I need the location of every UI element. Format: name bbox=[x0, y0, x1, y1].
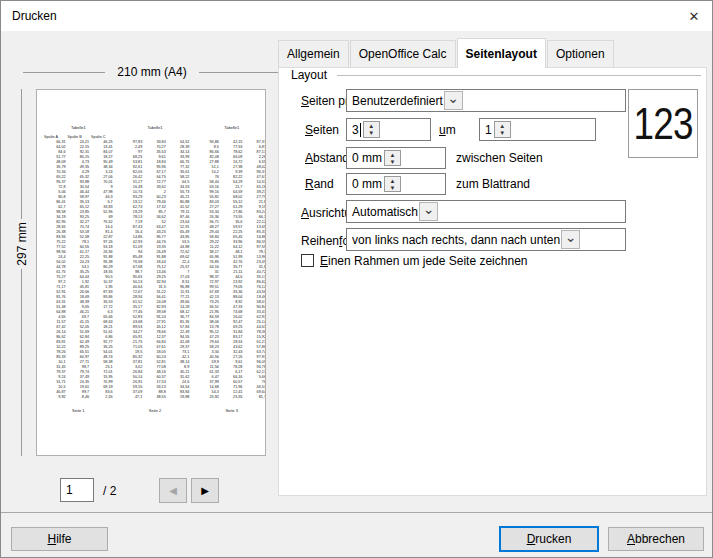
by-spinner: ▲ ▼ bbox=[494, 121, 511, 138]
preview-page-footer: Seite 2 bbox=[120, 408, 191, 413]
pages-per-sheet-select[interactable]: Benutzerdefiniert ⌄ bbox=[346, 89, 626, 112]
help-button[interactable]: Hilfe bbox=[11, 527, 108, 551]
margin-spinner: ▲ ▼ bbox=[384, 176, 401, 192]
by-value: 1 bbox=[480, 123, 492, 137]
pages-value: 3 bbox=[347, 123, 359, 137]
preview-cell: 19,88 bbox=[167, 394, 191, 399]
by-label: um bbox=[439, 123, 456, 137]
height-dimension-line-top bbox=[21, 89, 22, 219]
margin-label: Rand bbox=[305, 177, 334, 191]
spin-up-icon[interactable]: ▲ bbox=[385, 177, 400, 184]
preview-cell: 38,55 bbox=[143, 394, 167, 399]
preview-sheet-title: Tabelle1 bbox=[43, 125, 114, 132]
page-height-label: 297 mm bbox=[15, 214, 29, 274]
print-dialog: Drucken ✕ Allgemein OpenOffice Calc Seit… bbox=[0, 0, 713, 558]
chevron-down-icon[interactable]: ⌄ bbox=[561, 230, 580, 249]
tab-seitenlayout[interactable]: Seitenlayout bbox=[457, 38, 546, 68]
next-page-button[interactable]: ▶ bbox=[191, 478, 219, 503]
next-page-icon: ▶ bbox=[201, 485, 209, 496]
layout-group-rule bbox=[337, 75, 701, 76]
width-dimension-line-left bbox=[23, 72, 105, 73]
distance-input[interactable]: 0 mm ▲ ▼ bbox=[346, 147, 446, 169]
spin-down-icon[interactable]: ▼ bbox=[385, 158, 400, 165]
preview-print-page-2: Tabelle197,8333,8454,522,4970,2728,39973… bbox=[120, 125, 191, 413]
previous-page-button[interactable]: ◀ bbox=[159, 478, 187, 503]
order-value: von links nach rechts, dann nach unten bbox=[347, 233, 560, 247]
chevron-down-icon[interactable]: ⌄ bbox=[444, 91, 463, 110]
orientation-value: Automatisch bbox=[347, 205, 418, 219]
close-button[interactable]: ✕ bbox=[682, 5, 706, 27]
frame-checkbox[interactable] bbox=[301, 254, 314, 267]
preview-cell: 8,46 bbox=[67, 394, 91, 399]
preview-page-number-value: 1 bbox=[66, 483, 73, 497]
preview-cell: 25,55 bbox=[220, 394, 244, 399]
preview-page-number-input[interactable]: 1 bbox=[60, 478, 94, 502]
preview-page-content: Tabelle1Spalte ASpalte BSpalte C66,3124,… bbox=[37, 90, 266, 456]
spin-up-icon[interactable]: ▲ bbox=[385, 151, 400, 158]
pages-spinner: ▲ ▼ bbox=[363, 121, 380, 138]
preview-cell: 81,7 bbox=[243, 394, 266, 399]
tab-openoffice-calc[interactable]: OpenOffice Calc bbox=[350, 40, 456, 67]
frame-checkbox-label: Einen Rahmen um jede Seite zeichnen bbox=[320, 254, 527, 268]
preview-print-page-1: Tabelle1Spalte ASpalte BSpalte C66,3124,… bbox=[43, 125, 114, 413]
tab-strip: Allgemein OpenOffice Calc Seitenlayout O… bbox=[278, 38, 615, 67]
spin-up-icon[interactable]: ▲ bbox=[364, 122, 379, 130]
tab-allgemein[interactable]: Allgemein bbox=[278, 40, 349, 67]
orientation-select[interactable]: Automatisch ⌄ bbox=[346, 200, 626, 223]
preview-data-row: 25,9225,5581,7 bbox=[196, 394, 266, 399]
pages-input[interactable]: 3 ▲ ▼ bbox=[346, 118, 431, 141]
page-width-label: 210 mm (A4) bbox=[105, 65, 199, 79]
chevron-down-icon[interactable]: ⌄ bbox=[419, 202, 438, 221]
preview-page: Tabelle1Spalte ASpalte BSpalte C66,3124,… bbox=[36, 89, 266, 456]
print-button[interactable]: Drucken bbox=[499, 526, 599, 552]
margin-suffix: zum Blattrand bbox=[456, 177, 530, 191]
preview-page-footer: Seite 1 bbox=[43, 408, 114, 413]
preview-page-total: / 2 bbox=[103, 484, 116, 498]
title-bar: Drucken ✕ bbox=[1, 1, 712, 31]
pages-label: Seiten bbox=[305, 123, 339, 137]
margin-value: 0 mm bbox=[347, 177, 382, 191]
preview-cell: 25,92 bbox=[196, 394, 220, 399]
by-input[interactable]: 1 ▲ ▼ bbox=[479, 118, 596, 141]
cancel-button[interactable]: Abbrechen bbox=[608, 527, 704, 551]
preview-data-row: 47,138,5519,88 bbox=[120, 394, 191, 399]
text-cursor bbox=[360, 123, 361, 137]
dialog-title: Drucken bbox=[12, 9, 57, 23]
width-dimension-line-right bbox=[199, 72, 279, 73]
preview-groups: Tabelle1Spalte ASpalte BSpalte C66,3124,… bbox=[37, 90, 266, 413]
order-select[interactable]: von links nach rechts, dann nach unten ⌄ bbox=[346, 228, 626, 251]
pages-arrangement-text: 123 bbox=[633, 98, 692, 150]
pages-arrangement-preview: 123 bbox=[628, 89, 698, 158]
previous-page-icon: ◀ bbox=[169, 485, 177, 496]
spin-down-icon[interactable]: ▼ bbox=[364, 130, 379, 138]
height-dimension-line-bottom bbox=[21, 269, 22, 456]
preview-cell: 47,1 bbox=[120, 394, 144, 399]
footer-separator bbox=[1, 512, 712, 513]
spin-down-icon[interactable]: ▼ bbox=[495, 130, 510, 138]
margin-input[interactable]: 0 mm ▲ ▼ bbox=[346, 173, 446, 195]
spin-up-icon[interactable]: ▲ bbox=[495, 122, 510, 130]
layout-group-title: Layout bbox=[291, 68, 327, 82]
spin-down-icon[interactable]: ▼ bbox=[385, 184, 400, 191]
preview-print-page-3: Tabelle194,8642,1587,378,577,536,8786,66… bbox=[196, 125, 266, 413]
close-icon: ✕ bbox=[689, 9, 700, 24]
distance-spinner: ▲ ▼ bbox=[384, 150, 401, 166]
preview-cell: 2,55 bbox=[90, 394, 114, 399]
preview-data-row: 9,928,462,55 bbox=[43, 394, 114, 399]
preview-cell: 9,92 bbox=[43, 394, 67, 399]
preview-sheet-title: Tabelle1 bbox=[196, 125, 266, 132]
distance-value: 0 mm bbox=[347, 151, 382, 165]
tab-optionen[interactable]: Optionen bbox=[547, 40, 614, 67]
pages-per-sheet-value: Benutzerdefiniert bbox=[347, 94, 443, 108]
preview-page-footer: Seite 3 bbox=[196, 408, 266, 413]
preview-sheet-title: Tabelle1 bbox=[120, 125, 191, 132]
distance-label: Abstand bbox=[305, 151, 349, 165]
distance-suffix: zwischen Seiten bbox=[456, 151, 543, 165]
